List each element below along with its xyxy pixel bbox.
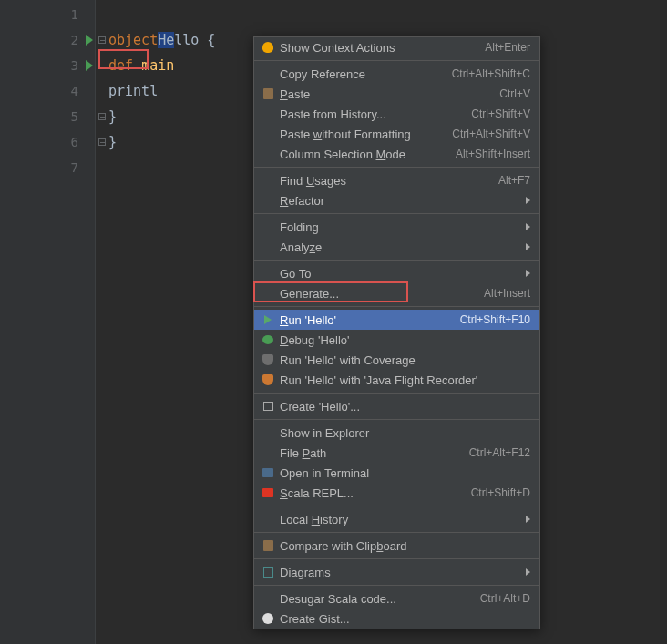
menu-separator [254, 60, 539, 61]
line-number: 1 [71, 7, 78, 22]
menu-separator [254, 213, 539, 214]
brace: } [108, 108, 117, 125]
line-number: 5 [71, 109, 78, 124]
keyword-object: object [108, 32, 158, 48]
menu-run-jfr[interactable]: Run 'Hello' with 'Java Flight Recorder' [254, 370, 539, 390]
fold-marker[interactable] [98, 138, 106, 146]
menu-separator [254, 585, 539, 586]
submenu-arrow-icon [526, 197, 530, 204]
scala-icon [262, 488, 273, 497]
bug-icon [262, 335, 273, 344]
menu-separator [254, 558, 539, 559]
menu-separator [254, 419, 539, 420]
menu-show-context-actions[interactable]: Show Context Actions Alt+Enter [254, 37, 539, 57]
menu-separator [254, 306, 539, 307]
fold-column [96, 0, 108, 644]
diagram-icon [263, 567, 273, 578]
terminal-icon [262, 468, 273, 477]
menu-separator [254, 393, 539, 394]
menu-open-terminal[interactable]: Open in Terminal [254, 463, 539, 483]
menu-generate[interactable]: Generate... Alt+Insert [254, 283, 539, 303]
menu-local-history[interactable]: Local History [254, 509, 539, 529]
context-menu: Show Context Actions Alt+Enter Copy Refe… [253, 36, 540, 629]
menu-find-usages[interactable]: Find Usages Alt+F7 [254, 170, 539, 190]
menu-copy-reference[interactable]: Copy Reference Ctrl+Alt+Shift+C [254, 64, 539, 84]
menu-separator [254, 260, 539, 261]
line-number: 6 [71, 135, 78, 149]
line-number: 3 [71, 58, 78, 73]
fold-marker[interactable] [98, 36, 106, 44]
menu-separator [254, 506, 539, 506]
bulb-icon [262, 42, 273, 53]
paste-icon [263, 88, 273, 99]
menu-folding[interactable]: Folding [254, 217, 539, 237]
line-number: 4 [71, 84, 78, 98]
line-number: 7 [71, 160, 78, 175]
annotation-highlight-gutter [98, 49, 149, 69]
menu-run-coverage[interactable]: Run 'Hello' with Coverage [254, 350, 539, 370]
fold-marker[interactable] [98, 113, 106, 120]
create-icon [263, 402, 273, 411]
menu-create-hello[interactable]: Create 'Hello'... [254, 396, 539, 416]
menu-show-explorer[interactable]: Show in Explorer [254, 423, 539, 443]
menu-paste-plain[interactable]: Paste without Formatting Ctrl+Alt+Shift+… [254, 124, 539, 144]
menu-goto[interactable]: Go To [254, 263, 539, 283]
clipboard-icon [263, 540, 273, 551]
code-text: printl [108, 83, 158, 99]
submenu-arrow-icon [526, 243, 530, 250]
submenu-arrow-icon [526, 223, 530, 230]
menu-desugar-scala[interactable]: Desugar Scala code... Ctrl+Alt+D [254, 588, 539, 608]
coverage-icon [262, 354, 273, 365]
github-icon [262, 613, 273, 624]
menu-create-gist[interactable]: Create Gist... [254, 608, 539, 629]
gutter: 1 2 3 4 5 6 7 [0, 0, 96, 644]
menu-separator [254, 532, 539, 533]
submenu-arrow-icon [526, 516, 530, 523]
menu-diagrams[interactable]: Diagrams [254, 562, 539, 582]
submenu-arrow-icon [526, 270, 530, 277]
play-icon [264, 315, 272, 324]
menu-file-path[interactable]: File Path Ctrl+Alt+F12 [254, 443, 539, 463]
line-number: 2 [71, 33, 78, 47]
menu-analyze[interactable]: Analyze [254, 237, 539, 257]
menu-separator [254, 167, 539, 168]
run-gutter-icon[interactable] [86, 35, 93, 46]
menu-refactor[interactable]: Refactor [254, 190, 539, 210]
menu-compare-clipboard[interactable]: Compare with Clipboard [254, 536, 539, 556]
menu-scala-repl[interactable]: Scala REPL... Ctrl+Shift+D [254, 483, 539, 503]
jfr-icon [262, 374, 273, 385]
menu-column-selection[interactable]: Column Selection Mode Alt+Shift+Insert [254, 144, 539, 164]
menu-debug-hello[interactable]: Debug 'Hello' [254, 330, 539, 350]
run-gutter-icon[interactable] [86, 60, 93, 71]
menu-paste-history[interactable]: Paste from History... Ctrl+Shift+V [254, 104, 539, 124]
menu-paste[interactable]: Paste Ctrl+V [254, 84, 539, 104]
submenu-arrow-icon [526, 568, 530, 576]
menu-run-hello[interactable]: Run 'Hello' Ctrl+Shift+F10 [254, 310, 539, 330]
brace: } [108, 134, 117, 150]
brace: { [199, 32, 215, 48]
